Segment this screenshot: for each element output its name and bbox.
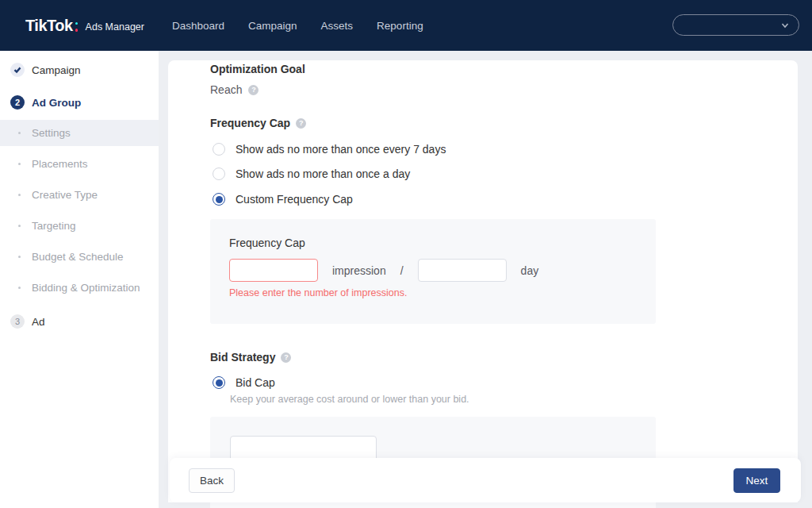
frequency-cap-panel-label: Frequency Cap xyxy=(229,237,656,249)
optimization-goal-value-row: Reach ? xyxy=(210,83,259,96)
sidebar-item-label: Targeting xyxy=(32,220,76,232)
main-nav: Dashboard Campaign Assets Reporting xyxy=(172,0,423,51)
impressions-error-message: Please enter the number of impressions. xyxy=(229,287,656,298)
sidebar-step-label: Ad Group xyxy=(32,97,81,109)
optimization-goal-title: Optimization Goal xyxy=(210,63,305,75)
top-navbar: TikTok Ads Manager Dashboard Campaign As… xyxy=(0,0,812,51)
logo-brand-text: TikTok xyxy=(25,17,73,35)
optimization-goal-value: Reach xyxy=(210,83,242,96)
bullet-dot-icon xyxy=(18,287,21,289)
sidebar-item-budget-schedule[interactable]: Budget & Schedule xyxy=(0,244,159,270)
bullet-dot-icon xyxy=(18,163,21,165)
sidebar-step-campaign[interactable]: Campaign xyxy=(0,62,159,78)
radio-option-7-days[interactable]: Show ads no more than once every 7 days xyxy=(213,141,446,157)
days-input[interactable] xyxy=(418,259,507,282)
bid-cap-description: Keep your average cost around or lower t… xyxy=(230,394,469,405)
section-title-text: Optimization Goal xyxy=(210,63,305,75)
frequency-cap-input-row: impression / day xyxy=(229,259,656,282)
radio-button[interactable] xyxy=(213,167,225,180)
bid-strategy-title: Bid Strategy ? xyxy=(210,351,291,364)
sidebar-item-label: Budget & Schedule xyxy=(32,251,124,263)
account-dropdown[interactable] xyxy=(672,14,799,36)
sidebar-item-bidding-optimization[interactable]: Bidding & Optimization xyxy=(0,275,159,301)
sidebar-item-label: Creative Type xyxy=(32,189,98,201)
help-icon[interactable]: ? xyxy=(248,85,259,95)
radio-label[interactable]: Show ads no more than once a day xyxy=(236,167,410,180)
sidebar-step-ad-group[interactable]: 2 Ad Group xyxy=(0,94,159,110)
section-title-text: Frequency Cap xyxy=(210,117,290,129)
tiktok-colon-icon xyxy=(75,21,79,33)
step-done-marker xyxy=(10,63,25,77)
sidebar-step-label: Campaign xyxy=(32,64,81,76)
sidebar-item-creative-type[interactable]: Creative Type xyxy=(0,182,159,208)
radio-label[interactable]: Custom Frequency Cap xyxy=(236,193,353,206)
separator-slash: / xyxy=(400,264,404,277)
next-button[interactable]: Next xyxy=(733,468,780,493)
radio-option-bid-cap[interactable]: Bid Cap xyxy=(213,375,275,391)
section-title-text: Bid Strategy xyxy=(210,351,275,364)
sidebar-item-targeting[interactable]: Targeting xyxy=(0,213,159,239)
step-number-marker: 2 xyxy=(10,95,25,110)
logo-suffix-text: Ads Manager xyxy=(86,21,144,33)
radio-button-selected[interactable] xyxy=(213,193,225,206)
tiktok-logo[interactable]: TikTok Ads Manager xyxy=(25,17,144,35)
nav-reporting[interactable]: Reporting xyxy=(377,20,423,32)
sidebar-item-settings[interactable]: Settings xyxy=(0,120,159,146)
radio-button-selected[interactable] xyxy=(213,376,225,389)
radio-button[interactable] xyxy=(213,143,225,156)
custom-frequency-cap-panel: Frequency Cap impression / day Please en… xyxy=(210,219,656,324)
back-button[interactable]: Back xyxy=(189,468,235,493)
bullet-dot-icon xyxy=(18,194,21,196)
impression-unit-label: impression xyxy=(332,264,386,277)
radio-option-once-a-day[interactable]: Show ads no more than once a day xyxy=(213,166,410,182)
sidebar-item-label: Bidding & Optimization xyxy=(32,282,140,294)
bullet-dot-icon xyxy=(18,256,21,258)
bullet-dot-icon xyxy=(18,225,21,227)
frequency-cap-title: Frequency Cap ? xyxy=(210,117,306,129)
sidebar-step-ad[interactable]: 3 Ad xyxy=(0,314,159,329)
help-icon[interactable]: ? xyxy=(281,352,291,363)
check-icon xyxy=(13,66,21,74)
impressions-input[interactable] xyxy=(229,259,318,282)
wizard-sidebar: Campaign 2 Ad Group Settings Placements … xyxy=(0,51,159,508)
sidebar-item-placements[interactable]: Placements xyxy=(0,151,159,177)
radio-label[interactable]: Bid Cap xyxy=(236,376,275,389)
help-icon[interactable]: ? xyxy=(296,118,306,129)
nav-assets[interactable]: Assets xyxy=(321,20,354,32)
sidebar-item-label: Placements xyxy=(32,158,88,170)
chevron-down-icon xyxy=(781,21,789,29)
nav-dashboard[interactable]: Dashboard xyxy=(172,20,224,32)
day-unit-label: day xyxy=(521,264,539,277)
ad-group-settings-panel: Optimization Goal Reach ? Frequency Cap … xyxy=(168,60,798,502)
sidebar-step-label: Ad xyxy=(32,316,45,328)
radio-label[interactable]: Show ads no more than once every 7 days xyxy=(236,143,446,156)
bullet-dot-icon xyxy=(18,132,21,134)
step-number-marker: 3 xyxy=(10,314,25,329)
sidebar-item-label: Settings xyxy=(32,127,71,139)
wizard-footer: Back Next xyxy=(170,458,801,502)
radio-option-custom-frequency-cap[interactable]: Custom Frequency Cap xyxy=(213,191,353,207)
nav-campaign[interactable]: Campaign xyxy=(248,20,297,32)
